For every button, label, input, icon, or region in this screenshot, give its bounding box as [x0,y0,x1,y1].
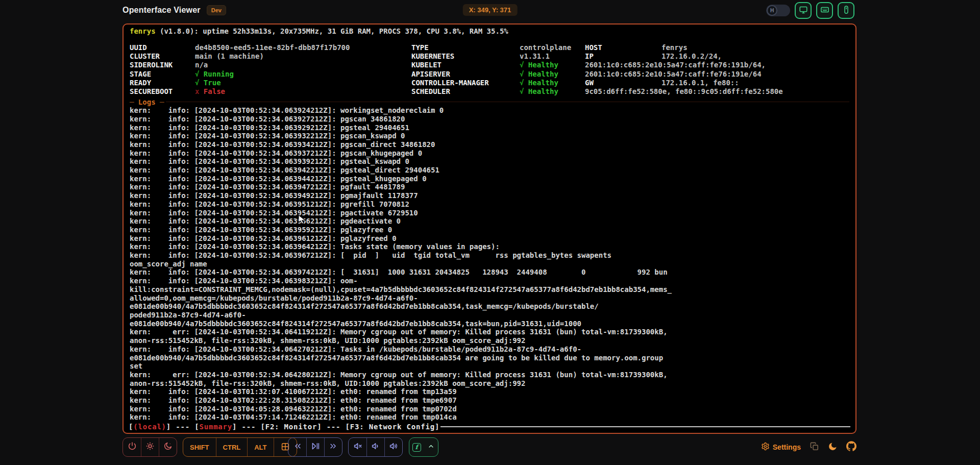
log-line: kern: info: [2024-10-03T00:52:34.0639512… [130,200,849,209]
log-line: kern: info: [2024-10-03T00:52:34.0639672… [130,251,849,260]
fn-keys-button[interactable]: f [409,438,424,456]
log-line: kern: info: [2024-10-03T00:52:34.0639292… [130,124,849,132]
play-pause-button[interactable] [306,438,324,456]
fn-keys-group: f [409,437,438,457]
log-line: kern: info: [2024-10-03T00:52:34.0642702… [130,345,849,354]
log-line: oom_score_adj name [130,260,849,268]
log-line: kern: info: [2024-10-03T00:52:34.0639392… [130,157,849,166]
log-line: e081de00b940/4a7b5dbbbbdc3603652c84f8243… [130,320,849,328]
log-line: kern: info: [2024-10-03T01:32:07.4100672… [130,387,849,396]
logs-label: Logs [138,98,156,106]
log-line: kern: info: [2024-10-03T00:52:34.0639342… [130,140,849,149]
log-line: kern: info: [2024-10-03T00:52:34.0639562… [130,217,849,226]
log-line: kern: info: [2024-10-03T00:52:34.0639472… [130,183,849,191]
log-line: anon-rss:515452kB, file-rss:320kB, shmem… [130,336,849,345]
fn-key-icon: f [412,443,421,452]
log-line: kern: info: [2024-10-03T00:52:34.0639422… [130,166,849,175]
log-line: kern: info: [2024-10-03T00:52:34.0639742… [130,268,849,277]
log-lines: kern: info: [2024-10-03T00:52:34.0639242… [130,106,849,422]
log-line: kern: err: [2024-10-03T00:52:34.06411921… [130,328,849,336]
log-line: kern: info: [2024-10-03T00:52:34.0639322… [130,132,849,140]
play-pause-icon [311,442,320,453]
fast-forward-icon [329,442,338,453]
volume-high-icon [389,442,398,453]
log-line: kern: info: [2024-10-03T00:52:34.0639542… [130,209,849,217]
terminal-screen[interactable]: fenrys (v1.8.0): uptime 52h33m13s, 20x73… [122,23,856,434]
github-link[interactable] [846,441,856,453]
log-line: allowed=0,oom_memcg=/kubepods/burstable/… [130,294,849,303]
info-row: CLUSTERmain (1 machine)KUBERNETESv1.31.1… [130,52,849,61]
volume-down-button[interactable] [366,438,384,456]
copy-icon [810,442,819,453]
node-summary-line: fenrys (v1.8.0): uptime 52h33m13s, 20x73… [130,27,849,36]
settings-button[interactable]: Settings [761,442,801,452]
github-icon [846,441,856,453]
log-line: kern: info: [2024-10-03T04:57:14.7124622… [130,413,849,422]
log-line: kern: info: [2024-10-03T02:22:28.3150822… [130,396,849,405]
app-title: Openterface Viewer [122,6,201,15]
brightness-icon [145,442,155,453]
dev-badge: Dev [207,5,226,15]
alt-key-button[interactable]: ALT [247,438,273,456]
log-line: kern: info: [2024-10-03T00:52:34.0639272… [130,115,849,124]
shift-key-button[interactable]: SHIFT [183,438,216,456]
copy-button[interactable] [810,442,819,453]
power-icon [128,442,137,453]
volume-mute-button[interactable] [349,438,366,456]
log-line: kern: info: [2024-10-03T00:52:34.0639242… [130,106,849,115]
info-row: SECUREBOOTx FalseSCHEDULER√ Healthy9c05:… [130,87,849,96]
info-table: UUIDde4b8500-eed5-11ee-82bf-dbb87f17b700… [130,43,849,96]
log-line: e081de00b940/4a7b5dbbbbdc3603652c84f8243… [130,354,849,362]
moon-star-icon [163,442,173,453]
dark-mode-moon-icon [828,442,838,453]
keyboard-button[interactable] [816,2,833,19]
fast-forward-button[interactable] [324,438,342,456]
log-line: set [130,362,849,371]
mouse-coordinates-badge: X: 349, Y: 371 [463,4,518,16]
modifier-key-group: SHIFT CTRL ALT [183,437,297,457]
hostname: fenrys [130,27,156,35]
terminal-status-bar: [(local)] --- [Summary] --- [F2: Monitor… [129,423,850,431]
log-line: kern: info: [2024-10-03T00:52:34.0639592… [130,226,849,234]
log-line: kill:constraint=CONSTRAINT_MEMCG,nodemas… [130,285,849,294]
bottom-toolbar: SHIFT CTRL ALT f [122,437,857,457]
media-transport-group [288,437,342,457]
brightness-button[interactable] [141,438,159,456]
info-row: READY√ TrueCONTROLLER-MANAGER√ HealthyGW… [130,79,849,87]
sleep-button[interactable] [159,438,177,456]
rewind-icon [293,442,302,453]
log-line: e081de00b940/4a7b5dbbbbdc3603652c84f8243… [130,302,849,311]
info-row: SIDEROLINKn/aKUBELET√ Healthy2601:1c0:c6… [130,61,849,69]
log-line: kern: info: [2024-10-03T00:52:34.0639442… [130,175,849,183]
volume-mute-icon [353,442,362,453]
keyboard-icon [820,5,829,16]
hid-toggle[interactable]: H [766,5,790,16]
mouse-button[interactable] [838,2,854,19]
log-line: kern: err: [2024-10-03T00:52:34.06428021… [130,371,849,379]
status-bar-rule [440,426,850,427]
log-line: kern: info: [2024-10-03T00:52:34.0639372… [130,149,849,158]
logs-section-header: ─ Logs ─ [130,97,849,106]
info-row: STAGE√ RunningAPISERVER√ Healthy2601:1c0… [130,70,849,79]
volume-low-icon [371,442,380,453]
power-button[interactable] [123,438,141,456]
log-line: kern: info: [2024-10-03T00:52:34.0639642… [130,242,849,251]
display-button[interactable] [795,2,812,19]
mouse-icon [842,5,851,16]
volume-up-button[interactable] [384,438,402,456]
info-row: UUIDde4b8500-eed5-11ee-82bf-dbb87f17b700… [130,43,849,52]
log-line: kern: info: [2024-10-03T04:05:28.0946322… [130,405,849,413]
log-line: poded911b2a-87c9-4d74-a6f0- [130,311,849,320]
hid-toggle-knob: H [767,5,777,16]
volume-group [348,437,403,457]
log-line: kern: info: [2024-10-03T00:52:34.0639612… [130,234,849,243]
chevron-up-icon [427,443,435,452]
ctrl-key-button[interactable]: CTRL [216,438,248,456]
display-icon [799,5,808,16]
fn-keys-expand-button[interactable] [424,438,438,456]
rewind-button[interactable] [288,438,306,456]
theme-toggle-button[interactable] [828,442,838,453]
power-group [122,437,177,457]
log-line: kern: info: [2024-10-03T00:52:34.0639832… [130,277,849,285]
top-bar: Openterface Viewer Dev X: 349, Y: 371 H [0,0,980,20]
